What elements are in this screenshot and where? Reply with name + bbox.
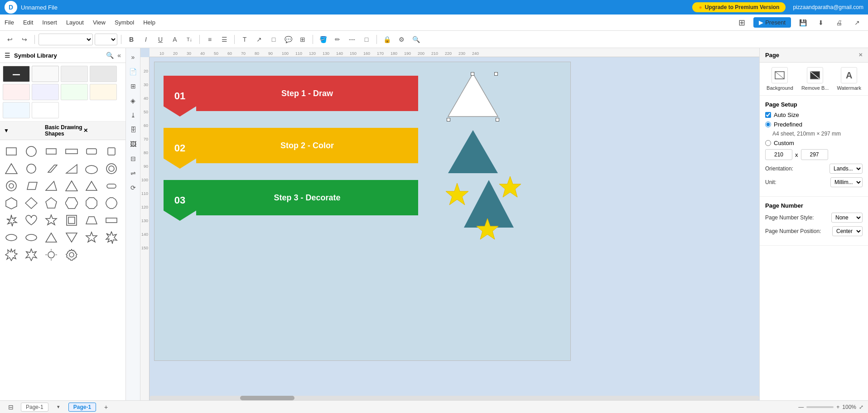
italic-button[interactable]: I (140, 33, 152, 46)
shape-8star[interactable] (4, 247, 19, 262)
triangle-1-container[interactable] (446, 71, 500, 122)
step-2-banner[interactable]: Stop 2 - Color (196, 128, 418, 163)
line-style-button[interactable]: --- (346, 33, 358, 46)
shape-rounded-rect[interactable] (84, 144, 99, 159)
image-icon[interactable]: 🖼 (128, 139, 139, 150)
shape-circle[interactable] (24, 144, 39, 159)
text-box-button[interactable]: T (238, 33, 251, 46)
lock-button[interactable]: 🔒 (381, 33, 393, 46)
shape-6star[interactable] (104, 230, 119, 245)
preview-item-9[interactable] (3, 102, 30, 118)
zoom-slider[interactable] (806, 406, 834, 408)
expand-icon[interactable]: » (128, 52, 139, 63)
sidebar-search-icon[interactable]: 🔍 (106, 52, 114, 59)
save-icon[interactable]: 💾 (796, 16, 809, 29)
preview-item-6[interactable] (32, 84, 59, 100)
menu-file[interactable]: File (5, 19, 14, 26)
preview-item-5[interactable] (3, 84, 30, 100)
preview-item-2[interactable] (32, 66, 59, 82)
shape-ellipse2[interactable] (84, 161, 99, 176)
shape-rect2[interactable] (104, 213, 119, 228)
height-input[interactable] (801, 149, 828, 160)
stroke-button[interactable]: □ (360, 33, 373, 46)
upgrade-button[interactable]: Upgrade to Premium Version (692, 2, 786, 12)
unit-select[interactable]: Millim... Inches Pixels (830, 177, 863, 187)
font-size-select[interactable] (95, 34, 117, 45)
shape-star[interactable] (43, 213, 59, 228)
custom-radio[interactable] (765, 140, 771, 146)
connection-button[interactable]: ↗ (253, 33, 265, 46)
text-color-button[interactable]: A (169, 33, 181, 46)
menu-symbol[interactable]: Symbol (115, 19, 134, 26)
menu-edit[interactable]: Edit (23, 19, 33, 26)
background-action[interactable]: Background (767, 67, 793, 91)
arrange-icon[interactable]: ⊟ (128, 153, 139, 164)
shape-heart[interactable] (24, 213, 39, 228)
history-icon[interactable]: ⟳ (128, 182, 139, 193)
orientation-select[interactable]: Lands... Portrait (829, 164, 863, 174)
shape-dec[interactable] (104, 195, 119, 211)
shape-oval2[interactable] (24, 230, 39, 245)
step-1-banner[interactable]: Step 1 - Draw (196, 76, 418, 111)
shape-6star2[interactable] (24, 247, 39, 262)
callout-button[interactable]: 💬 (282, 33, 294, 46)
preview-item-1[interactable]: ▬▬ (3, 66, 30, 82)
shape-stadium[interactable] (104, 178, 119, 194)
shape-parallelogram[interactable] (43, 161, 59, 176)
shape-tri4[interactable] (43, 230, 59, 245)
triangle-2-container[interactable] (446, 128, 500, 179)
shape-tri5[interactable] (64, 230, 79, 245)
shape-bullseye[interactable] (104, 161, 119, 176)
add-page-button[interactable]: + (100, 401, 112, 413)
preview-item-4[interactable] (90, 66, 117, 82)
remove-background-action[interactable]: Remove B... (801, 67, 829, 91)
shape-rect[interactable] (43, 144, 59, 159)
shape-right-triangle[interactable] (64, 161, 79, 176)
shape-oval[interactable] (4, 230, 19, 245)
hscroll-track[interactable] (149, 396, 759, 400)
shape-frame[interactable] (64, 213, 79, 228)
shape-parallelogram2[interactable] (24, 178, 39, 194)
shape-donut[interactable] (4, 178, 19, 194)
fill-color-button[interactable]: 🪣 (317, 33, 329, 46)
preview-item-10[interactable] (32, 102, 59, 118)
share-icon[interactable]: ↗ (851, 16, 863, 29)
right-panel-close[interactable]: ✕ (858, 52, 863, 58)
fullscreen-button[interactable]: ⤢ (859, 404, 863, 410)
menu-insert[interactable]: Insert (42, 19, 57, 26)
settings-button[interactable]: ⚙ (395, 33, 408, 46)
database-icon[interactable]: 🗄 (128, 124, 139, 135)
shape-circle2[interactable] (24, 161, 39, 176)
table-button[interactable]: ⊞ (296, 33, 309, 46)
shape-pentagon[interactable] (43, 195, 59, 211)
preview-item-8[interactable] (90, 84, 117, 100)
shapes-close-icon[interactable]: ✕ (83, 127, 122, 134)
zoom-in-button[interactable]: + (836, 404, 839, 410)
redo-button[interactable]: ↪ (18, 33, 31, 46)
undo-button[interactable]: ↩ (4, 33, 16, 46)
download-icon[interactable]: ⬇ (815, 16, 827, 29)
underline-button[interactable]: U (154, 33, 167, 46)
layers-icon[interactable]: ◈ (128, 95, 139, 106)
subscript-button[interactable]: T↓ (183, 33, 196, 46)
bold-button[interactable]: B (125, 33, 138, 46)
shape-square[interactable] (4, 144, 19, 159)
toggle-panel-button[interactable]: ⊟ (5, 401, 17, 413)
width-input[interactable] (765, 149, 792, 160)
import-icon[interactable]: ⤓ (128, 110, 139, 121)
shape-button[interactable]: □ (267, 33, 280, 46)
menu-layout[interactable]: Layout (66, 19, 84, 26)
line-color-button[interactable]: ✏ (331, 33, 344, 46)
shape-triangle[interactable] (4, 161, 19, 176)
menu-view[interactable]: View (93, 19, 106, 26)
shape-oct[interactable] (84, 195, 99, 211)
present-button[interactable]: ▶ Present (753, 17, 791, 28)
font-family-select[interactable] (39, 34, 93, 45)
align-center-button[interactable]: ☰ (218, 33, 231, 46)
hscroll-thumb[interactable] (240, 396, 294, 400)
grid-icon[interactable]: ⊞ (128, 81, 139, 92)
shape-hexagon[interactable] (4, 195, 19, 211)
shape-tri3[interactable] (84, 178, 99, 194)
menu-help[interactable]: Help (143, 19, 155, 26)
align-left-button[interactable]: ≡ (203, 33, 216, 46)
